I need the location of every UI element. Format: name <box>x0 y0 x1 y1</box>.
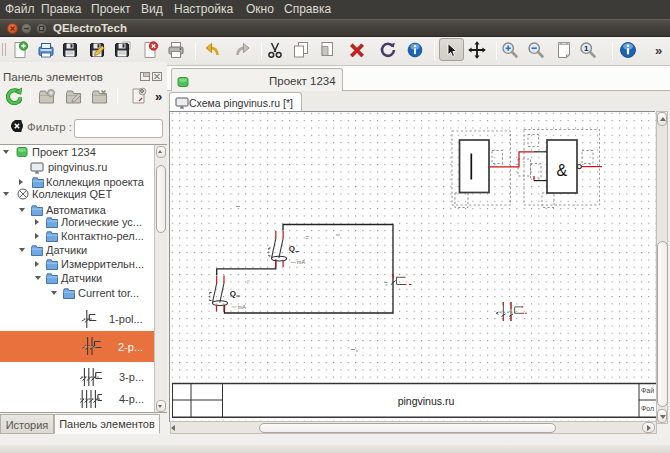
svg-text:Фай: Фай <box>641 387 654 394</box>
svg-text:&: & <box>557 162 568 179</box>
svg-text:Q: Q <box>289 244 295 253</box>
svg-text:Фол: Фол <box>641 405 654 412</box>
svg-text:mA: mA <box>238 304 247 310</box>
svg-text:pingvinus.ru: pingvinus.ru <box>398 395 455 407</box>
svg-text:1: 1 <box>584 44 589 53</box>
svg-text:mA: mA <box>297 259 306 265</box>
svg-text:Q: Q <box>230 289 236 298</box>
